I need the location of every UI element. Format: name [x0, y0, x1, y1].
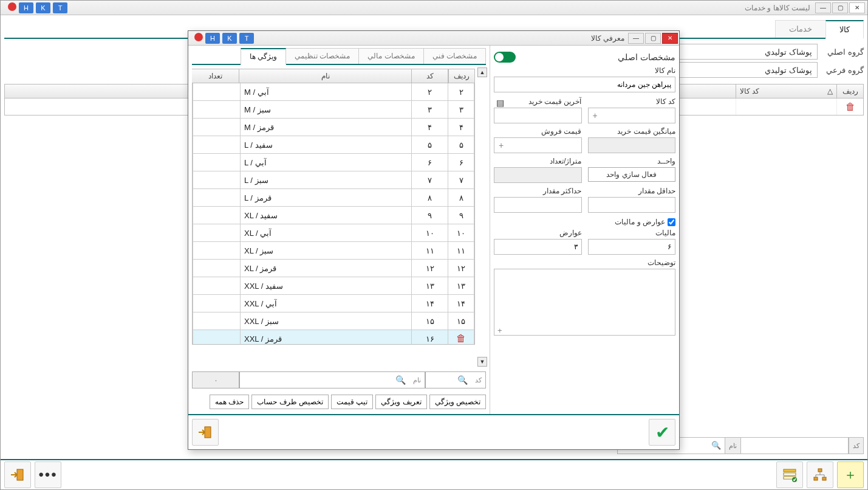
tax-label: ماليات — [588, 229, 676, 237]
active-toggle[interactable] — [494, 52, 516, 63]
popup-minimize-button[interactable]: ― — [628, 33, 644, 44]
attr-row[interactable]: ۱۴۱۴XXL / آبي — [193, 295, 474, 312]
attr-cell-radif: ۵ — [448, 136, 474, 153]
attr-row[interactable]: ۵۵L / سفيد — [193, 136, 474, 154]
hkt-h[interactable]: H — [19, 2, 33, 13]
popup-hkt-h[interactable]: H — [205, 33, 220, 44]
lastbuy-input[interactable] — [494, 108, 582, 123]
col-radif[interactable]: رديف — [836, 85, 863, 98]
attr-row[interactable]: ۹۹XL / سفيد — [193, 207, 474, 224]
duty-input[interactable] — [494, 239, 582, 255]
attr-row[interactable]: ۶۶L / آبي — [193, 154, 474, 171]
attr-cell-nam: XL / قرمز — [240, 260, 411, 277]
delete-attr-icon[interactable]: 🗑 — [456, 333, 466, 344]
inner-tab-attributes[interactable]: ويژگي ها — [241, 48, 286, 65]
popup-record-icon[interactable] — [194, 33, 203, 41]
popup-hkt-t[interactable]: T — [239, 33, 254, 44]
main-search-bar: کد نام 🔍 — [694, 437, 864, 454]
attr-row[interactable]: ۱۲۱۲XL / قرمز — [193, 260, 474, 277]
attr-col-kod[interactable]: کد — [412, 69, 448, 83]
desc-input[interactable] — [494, 269, 675, 336]
delete-row-icon[interactable]: 🗑 — [846, 102, 855, 112]
attr-cell-nam: L / سبز — [240, 171, 411, 188]
record-icon[interactable] — [8, 2, 16, 11]
tab-khadamat[interactable]: خدمات — [775, 20, 826, 38]
duty-label: عوارض — [494, 229, 582, 237]
popup-hkt-k[interactable]: K — [222, 33, 237, 44]
attr-cell-nam: M / قرمز — [240, 119, 411, 136]
main-titlebar: ✕ ▢ ― لیست کالاها و خدمات T K H — [1, 1, 867, 15]
popup-exit-button[interactable] — [192, 419, 219, 446]
exit-button[interactable] — [4, 461, 31, 488]
attr-cell-kod: ۱۱ — [411, 242, 448, 259]
tree-button[interactable] — [807, 461, 833, 488]
attr-col-tedad[interactable]: تعداد — [192, 69, 239, 83]
code-input[interactable] — [588, 108, 676, 123]
attr-cell-tedad — [193, 83, 240, 100]
sell-input[interactable] — [494, 137, 582, 153]
tab-kala[interactable]: کالا — [825, 20, 864, 39]
define-attr-button[interactable]: تعريف ويژگي — [375, 395, 426, 409]
max-input[interactable] — [494, 197, 582, 213]
unit-activate-button[interactable]: فعال سازي واحد — [588, 167, 676, 182]
code-plus[interactable]: + — [593, 111, 598, 120]
search-code-input[interactable] — [740, 437, 849, 454]
attr-row[interactable]: ۸۸L / قرمز — [193, 189, 474, 207]
tax-checkbox[interactable] — [668, 218, 675, 226]
attr-col-nam[interactable]: نام — [239, 69, 412, 83]
barcode-icon[interactable]: ▤ — [494, 98, 504, 108]
attr-row[interactable]: ۲۲M / آبي — [193, 83, 474, 101]
min-input[interactable] — [588, 197, 676, 213]
search-name-label: نام — [725, 437, 740, 454]
attr-row[interactable]: ۳۳M / سبز — [193, 101, 474, 119]
attr-row[interactable]: 🗑۱۶XXL / قرمز — [193, 330, 474, 345]
search-icon: 🔍 — [392, 375, 409, 385]
name-input[interactable] — [494, 77, 675, 92]
price-type-button[interactable]: تيپ قيمت — [331, 395, 373, 409]
assign-account-button[interactable]: تخصيص طرف حساب — [251, 395, 329, 409]
sell-label: قيمت فروش — [494, 127, 582, 136]
svg-rect-0 — [818, 469, 822, 472]
inner-tab-tech[interactable]: مشخصات فني — [423, 48, 486, 64]
attr-cell-radif: ۱۵ — [448, 312, 474, 330]
attr-cell-radif: ۷ — [448, 171, 474, 188]
attr-row[interactable]: ۱۰۱۰XL / آبي — [193, 224, 474, 242]
attr-cell-nam: XL / سفيد — [240, 207, 411, 224]
tax-input[interactable] — [588, 239, 676, 255]
desc-plus[interactable]: + — [497, 326, 502, 335]
col-kod-kala[interactable]: △ کد کالا — [736, 85, 836, 98]
inner-tab-settings[interactable]: مشخصات تنظيمي — [285, 48, 359, 64]
attr-search-input[interactable] — [240, 375, 392, 385]
scroll-down-button[interactable]: ▼ — [477, 357, 487, 367]
attr-cell-tedad — [193, 312, 240, 330]
list-button[interactable] — [776, 461, 803, 488]
attr-cell-tedad — [193, 171, 240, 188]
popup-maximize-button[interactable]: ▢ — [645, 33, 661, 44]
attr-row[interactable]: ۷۷L / سبز — [193, 171, 474, 189]
assign-attr-button[interactable]: تخصيص ويژگي — [429, 395, 486, 409]
more-button[interactable]: ••• — [35, 461, 61, 488]
popup-confirm-button[interactable]: ✔ — [649, 419, 675, 446]
add-button[interactable]: ＋ — [837, 461, 864, 488]
attr-row[interactable]: ۱۳۱۳XXL / سفيد — [193, 277, 474, 295]
attr-row[interactable]: ۱۵۱۵XXL / سبز — [193, 312, 474, 330]
sell-plus[interactable]: + — [499, 140, 504, 150]
svg-rect-7 — [17, 469, 23, 480]
main-maximize-button[interactable]: ▢ — [832, 2, 848, 13]
svg-rect-1 — [814, 477, 818, 480]
hkt-t[interactable]: T — [53, 2, 67, 13]
main-close-button[interactable]: ✕ — [849, 2, 865, 13]
main-minimize-button[interactable]: ― — [815, 2, 831, 13]
attr-row[interactable]: ۴۴M / قرمز — [193, 119, 474, 136]
delete-all-button[interactable]: حذف همه — [210, 395, 249, 409]
attr-table-body[interactable]: ۲۲M / آبي۳۳M / سبز۴۴M / قرمز۵۵L / سفيد۶۶… — [192, 83, 475, 345]
attr-col-radif[interactable]: رديف — [448, 69, 475, 83]
inner-tab-financial[interactable]: مشخصات مالي — [358, 48, 423, 64]
popup-close-button[interactable]: ✕ — [662, 33, 678, 44]
svg-rect-3 — [784, 469, 796, 472]
attr-cell-radif: ۱۳ — [448, 277, 474, 294]
hkt-k[interactable]: K — [36, 2, 50, 13]
attr-tedad-box[interactable]: ٠ — [192, 371, 239, 388]
scroll-up-button[interactable]: ▲ — [477, 67, 487, 77]
attr-row[interactable]: ۱۱۱۱XL / سبز — [193, 242, 474, 260]
